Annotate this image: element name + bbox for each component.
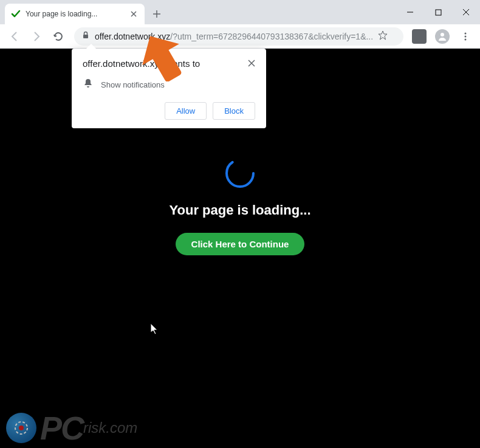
- svg-point-3: [465, 32, 467, 34]
- svg-point-6: [227, 160, 253, 187]
- tab-favicon-check-icon: [11, 9, 21, 19]
- url-path: /?utm_term=6728296440793138367&clickveri…: [170, 32, 373, 41]
- browser-tab[interactable]: Your page is loading...: [5, 4, 145, 24]
- svg-rect-0: [436, 10, 441, 15]
- tab-close-icon[interactable]: [129, 9, 139, 19]
- extension-icon[interactable]: [412, 29, 427, 44]
- svg-point-8: [19, 426, 24, 430]
- svg-point-5: [465, 38, 467, 40]
- window-controls: [396, 0, 480, 24]
- new-tab-button[interactable]: [148, 5, 165, 22]
- back-button[interactable]: [5, 27, 24, 46]
- maximize-button[interactable]: [424, 0, 452, 24]
- forward-button[interactable]: [27, 27, 46, 46]
- annotation-arrow-icon: [141, 33, 183, 84]
- bookmark-star-icon[interactable]: [378, 30, 388, 43]
- reload-button[interactable]: [49, 27, 68, 46]
- mouse-cursor-icon: [151, 323, 160, 338]
- watermark-prefix: PC: [40, 412, 83, 444]
- window-titlebar: Your page is loading...: [0, 0, 480, 24]
- watermark-suffix: risk.com: [83, 419, 137, 436]
- allow-button[interactable]: Allow: [165, 102, 207, 120]
- close-window-button[interactable]: [452, 0, 480, 24]
- watermark: PC risk.com: [6, 412, 137, 444]
- watermark-badge-icon: [6, 413, 36, 443]
- loading-spinner-icon: [223, 156, 257, 190]
- url-text: offer.dotnetwork.xyz/?utm_term=672829644…: [95, 32, 373, 41]
- continue-button[interactable]: Click Here to Continue: [176, 233, 305, 255]
- loading-heading: Your page is loading...: [169, 202, 310, 218]
- minimize-button[interactable]: [396, 0, 424, 24]
- profile-avatar-icon[interactable]: [435, 29, 450, 44]
- bell-icon: [83, 78, 94, 91]
- address-bar[interactable]: offer.dotnetwork.xyz/?utm_term=672829644…: [74, 27, 403, 46]
- menu-button[interactable]: [456, 27, 475, 46]
- svg-rect-1: [83, 35, 88, 38]
- block-button[interactable]: Block: [213, 102, 255, 120]
- tab-title: Your page is loading...: [26, 10, 129, 18]
- lock-icon: [81, 31, 90, 42]
- svg-point-4: [465, 35, 467, 37]
- notification-close-icon[interactable]: [248, 58, 255, 69]
- browser-toolbar: offer.dotnetwork.xyz/?utm_term=672829644…: [0, 24, 480, 49]
- svg-point-2: [441, 33, 444, 36]
